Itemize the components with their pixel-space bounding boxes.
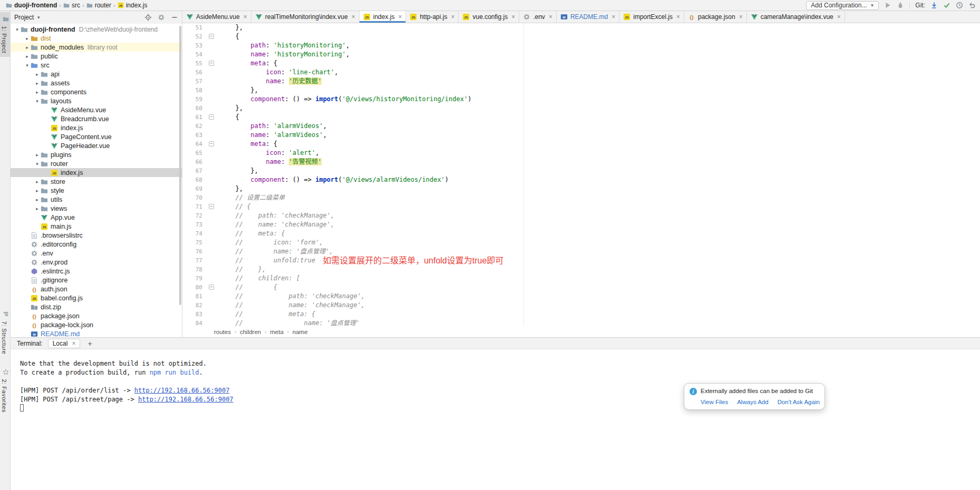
fold-marker[interactable]: − xyxy=(209,141,214,146)
notification-link[interactable]: Don't Ask Again xyxy=(778,399,820,405)
new-terminal-button[interactable]: + xyxy=(85,339,94,348)
add-configuration-button[interactable]: Add Configuration... ▼ xyxy=(806,1,879,10)
gear-icon[interactable] xyxy=(158,14,165,21)
tree-item[interactable]: ▾layouts xyxy=(11,96,182,105)
fold-marker[interactable]: − xyxy=(209,204,214,209)
close-icon[interactable]: × xyxy=(612,13,615,21)
tree-item[interactable]: PageHeader.vue xyxy=(11,141,182,150)
fold-marker[interactable]: − xyxy=(209,61,214,66)
close-icon[interactable]: × xyxy=(244,13,247,21)
tree-item[interactable]: ▸store xyxy=(11,177,182,186)
breadcrumb-item[interactable]: meta xyxy=(270,329,284,335)
stripe-tab-project[interactable]: 1: Project xyxy=(0,12,10,57)
breadcrumb-item[interactable]: routes xyxy=(214,329,231,335)
project-tree[interactable]: ▾duoji-frontendD:\zheheWeb\duoji-fronten… xyxy=(11,24,182,337)
close-icon[interactable]: × xyxy=(676,13,680,21)
tree-item[interactable]: ▸dist xyxy=(11,34,182,43)
tree-item[interactable]: ▾router xyxy=(11,159,182,168)
vcs-update-icon[interactable] xyxy=(930,2,938,9)
tree-item[interactable]: ▸api xyxy=(11,70,182,79)
editor-tab[interactable]: JSimportExcel.js× xyxy=(619,11,684,23)
code-editor[interactable]: 51 },52− {53 path: 'historyMonitoring',5… xyxy=(182,23,980,327)
close-icon[interactable]: × xyxy=(511,13,515,21)
stripe-tab-favorites[interactable]: 2: Favorites xyxy=(0,365,10,416)
close-icon[interactable]: × xyxy=(398,13,402,21)
editor-tab[interactable]: realTimeMonitoring\index.vue× xyxy=(251,11,360,23)
tree-item[interactable]: JSbabel.config.js xyxy=(11,293,182,302)
tree-toggle-icon[interactable]: ▸ xyxy=(34,81,41,86)
editor-tab[interactable]: JShttp-api.js× xyxy=(406,11,459,23)
fold-marker[interactable]: − xyxy=(209,114,214,120)
fold-marker[interactable]: − xyxy=(209,285,214,290)
editor-tab[interactable]: MREADME.md× xyxy=(557,11,619,23)
tree-item[interactable]: ▸components xyxy=(11,87,182,96)
notification-link[interactable]: View Files xyxy=(701,399,728,405)
editor-tab[interactable]: AsideMenu.vue× xyxy=(182,11,251,23)
tree-item[interactable]: dist.zip xyxy=(11,302,182,311)
tree-item[interactable]: .editorconfig xyxy=(11,240,182,249)
tree-item[interactable]: .gitignore xyxy=(11,276,182,285)
scrollbar[interactable] xyxy=(179,26,181,305)
tree-toggle-icon[interactable]: ▸ xyxy=(24,45,31,50)
terminal-output[interactable]: Note that the development build is not o… xyxy=(11,349,980,490)
tree-item[interactable]: .env.prod xyxy=(11,258,182,267)
tree-item[interactable]: .browserslistrc xyxy=(11,231,182,240)
tree-item[interactable]: ▸style xyxy=(11,186,182,195)
breadcrumb-item[interactable]: JSindex.js xyxy=(116,2,149,9)
tree-item[interactable]: {}package-lock.json xyxy=(11,320,182,329)
tree-item[interactable]: ▸node_moduleslibrary root xyxy=(11,43,182,52)
tree-toggle-icon[interactable]: ▸ xyxy=(34,188,41,193)
close-icon[interactable]: × xyxy=(352,13,355,21)
tree-item[interactable]: {}package.json xyxy=(11,311,182,320)
project-view-selector[interactable]: Project ▼ xyxy=(14,14,41,21)
tree-toggle-icon[interactable]: ▾ xyxy=(34,99,41,104)
tree-toggle-icon[interactable]: ▸ xyxy=(34,90,41,95)
close-icon[interactable]: × xyxy=(739,13,743,21)
editor-tab[interactable]: JSindex.js× xyxy=(360,11,406,23)
breadcrumb-item[interactable]: duoji-frontend xyxy=(4,2,59,9)
close-icon[interactable]: × xyxy=(72,340,75,347)
close-icon[interactable]: × xyxy=(549,13,552,21)
notification-link[interactable]: Always Add xyxy=(737,399,768,405)
tree-item[interactable]: ▸assets xyxy=(11,79,182,87)
tree-item[interactable]: .eslintrc.js xyxy=(11,267,182,276)
editor-tab[interactable]: cameraManage\index.vue× xyxy=(747,11,845,23)
tree-item[interactable]: Breadcrumb.vue xyxy=(11,114,182,123)
editor-tab[interactable]: JSvue.config.js× xyxy=(459,11,519,23)
terminal-tab-local[interactable]: Local × xyxy=(48,339,81,348)
rollback-icon[interactable] xyxy=(968,2,976,9)
tree-toggle-icon[interactable]: ▸ xyxy=(34,179,41,184)
vcs-commit-icon[interactable] xyxy=(943,2,950,9)
close-icon[interactable]: × xyxy=(451,13,454,21)
tree-item[interactable]: ▾duoji-frontendD:\zheheWeb\duoji-fronten… xyxy=(11,25,182,34)
tree-item[interactable]: ▸views xyxy=(11,204,182,213)
run-icon[interactable] xyxy=(884,2,891,9)
tree-item[interactable]: ▸plugins xyxy=(11,150,182,159)
tree-toggle-icon[interactable]: ▸ xyxy=(34,72,41,77)
close-icon[interactable]: × xyxy=(837,13,841,21)
tree-item[interactable]: JSmain.js xyxy=(11,222,182,231)
tree-toggle-icon[interactable]: ▾ xyxy=(34,161,41,166)
editor-tab[interactable]: .env× xyxy=(519,11,557,23)
breadcrumb-item[interactable]: src xyxy=(62,2,82,9)
stripe-tab-structure[interactable]: 7: Structure xyxy=(0,307,10,358)
tree-toggle-icon[interactable]: ▸ xyxy=(34,197,41,202)
tree-item[interactable]: JSindex.js xyxy=(11,168,182,177)
terminal-link[interactable]: http://192.168.66.56:9007 xyxy=(134,387,230,394)
tree-item[interactable]: ▾src xyxy=(11,61,182,70)
tree-item[interactable]: JSindex.js xyxy=(11,123,182,132)
tree-item[interactable]: MREADME.md xyxy=(11,329,182,337)
editor-tab[interactable]: {}package.json× xyxy=(684,11,747,23)
debug-icon[interactable] xyxy=(897,2,904,9)
tree-item[interactable]: PageContent.vue xyxy=(11,132,182,141)
terminal-link[interactable]: http://192.168.66.56:9007 xyxy=(138,396,234,403)
tree-toggle-icon[interactable]: ▾ xyxy=(14,27,21,32)
fold-marker[interactable]: − xyxy=(209,34,214,39)
breadcrumb-item[interactable]: router xyxy=(85,2,113,9)
tree-item[interactable]: ▸public xyxy=(11,52,182,61)
tree-item[interactable]: App.vue xyxy=(11,213,182,222)
tree-toggle-icon[interactable]: ▸ xyxy=(24,54,31,59)
tree-item[interactable]: {}auth.json xyxy=(11,285,182,293)
tree-toggle-icon[interactable]: ▸ xyxy=(34,206,41,211)
tree-toggle-icon[interactable]: ▸ xyxy=(34,152,41,158)
